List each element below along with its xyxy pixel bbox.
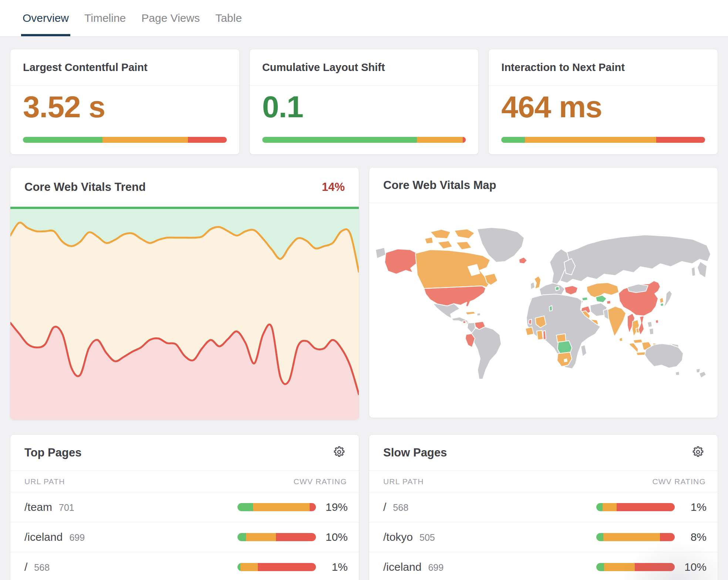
sri-lanka-region[interactable] <box>619 337 623 341</box>
cwv-rating-bar <box>237 503 316 511</box>
segment-ni <box>604 563 635 571</box>
mauritania-coast-region[interactable] <box>529 319 532 324</box>
tab-timeline[interactable]: Timeline <box>84 0 126 36</box>
hispaniola-region[interactable] <box>477 313 481 316</box>
segment-good <box>596 503 603 511</box>
cwv-trend-header: Core Web Vitals Trend 14% <box>10 168 359 207</box>
segment-good <box>501 137 525 143</box>
cwv-rating-percent: 19% <box>323 501 348 513</box>
slow-pages-row/iceland[interactable]: /iceland69910% <box>369 552 718 580</box>
new-zealand-region[interactable] <box>699 371 706 378</box>
cwv-trend-title: Core Web Vitals Trend <box>24 181 146 194</box>
tab-overview[interactable]: Overview <box>23 0 69 36</box>
url-path: /team <box>24 501 52 513</box>
url-path: / <box>24 561 27 573</box>
iceland-region[interactable] <box>519 257 527 264</box>
cwv-world-map[interactable] <box>369 203 718 380</box>
ireland-region[interactable] <box>530 282 535 290</box>
segment-poor <box>258 563 316 571</box>
mexico-region[interactable] <box>433 303 460 318</box>
arctic-islands-region[interactable] <box>438 241 452 249</box>
top-pages-title: Top Pages <box>24 446 81 459</box>
philippines-region[interactable] <box>647 321 652 327</box>
cwv-rating-percent: 8% <box>682 531 707 543</box>
gear-icon <box>332 445 346 460</box>
url-path-cell: /iceland699 <box>24 531 237 543</box>
url-path: /iceland <box>24 531 63 543</box>
cuba-region[interactable] <box>465 311 476 315</box>
slow-pages-card: Slow Pages URL PATH CWV RATING /5681%/to… <box>369 434 718 580</box>
malaysia-region[interactable] <box>633 339 643 343</box>
col-cwv-rating: CWV RATING <box>652 477 706 486</box>
uzbekistan-region[interactable] <box>596 295 607 303</box>
australia-region[interactable] <box>645 344 683 368</box>
baltic-state-region[interactable] <box>555 286 559 291</box>
indonesia-region[interactable] <box>629 343 638 353</box>
page-view-count: 568 <box>393 502 408 513</box>
segment-ni <box>102 137 188 143</box>
russia-region[interactable] <box>697 262 707 278</box>
australia-region[interactable] <box>675 371 680 375</box>
top-pages-row/team[interactable]: /team70119% <box>10 492 359 522</box>
united-kingdom-region[interactable] <box>534 276 541 289</box>
segment-good <box>23 137 102 143</box>
tab-page-views[interactable]: Page Views <box>141 0 200 36</box>
lcp-card-title: Largest Contentful Paint <box>10 49 239 86</box>
senegal-region[interactable] <box>525 327 534 335</box>
tajikistan-region[interactable] <box>607 300 611 304</box>
col-url-path: URL PATH <box>24 477 65 486</box>
col-url-path: URL PATH <box>383 477 424 486</box>
south-korea-region[interactable] <box>660 303 664 306</box>
url-path: / <box>383 501 386 513</box>
india-region[interactable] <box>608 306 626 337</box>
top-pages-column-headers: URL PATH CWV RATING <box>10 471 359 492</box>
costa-rica-region[interactable] <box>463 321 466 323</box>
taiwan-region[interactable] <box>655 320 658 323</box>
page-view-count: 699 <box>69 532 85 543</box>
russia-region[interactable] <box>552 235 711 283</box>
top-pages-settings-button[interactable] <box>331 444 348 461</box>
new-zealand-region[interactable] <box>696 368 700 373</box>
top-pages-row/iceland[interactable]: /iceland69910% <box>10 522 359 552</box>
arctic-islands-region[interactable] <box>425 237 433 244</box>
top-pages-row/[interactable]: /5681% <box>10 552 359 580</box>
north-korea-region[interactable] <box>660 297 664 303</box>
url-path-cell: /iceland699 <box>383 561 596 573</box>
arctic-islands-region[interactable] <box>456 242 472 250</box>
segment-ni <box>253 503 310 511</box>
cwv-rating-bar <box>596 563 675 571</box>
arctic-islands-region[interactable] <box>430 229 451 239</box>
page-view-count: 699 <box>428 562 444 573</box>
ghana-region[interactable] <box>537 330 543 340</box>
south-america-region[interactable] <box>468 327 501 379</box>
tab-table[interactable]: Table <box>215 0 242 36</box>
madagascar-region[interactable] <box>581 345 587 357</box>
page-view-count: 568 <box>34 562 50 573</box>
canada-region[interactable] <box>415 250 490 289</box>
tunisia-region[interactable] <box>549 306 552 311</box>
segment-poor <box>276 533 316 541</box>
slow-pages-row/tokyo[interactable]: /tokyo5058% <box>369 522 718 552</box>
japan-region[interactable] <box>664 290 672 308</box>
cwv-rating-percent: 1% <box>323 561 348 573</box>
mongolia-region[interactable] <box>627 284 648 293</box>
alaska-region[interactable] <box>385 249 416 274</box>
slow-pages-column-headers: URL PATH CWV RATING <box>369 471 718 492</box>
caucasus-region[interactable] <box>582 297 588 301</box>
slow-pages-row/[interactable]: /5681% <box>369 492 718 522</box>
togo-region[interactable] <box>543 331 546 340</box>
philippines-region[interactable] <box>649 328 654 335</box>
ukraine-region[interactable] <box>564 286 578 295</box>
charts-row: Core Web Vitals Trend 14% Core Web Vital… <box>10 167 718 420</box>
russia-region[interactable] <box>691 267 695 276</box>
tab-bar: Overview Timeline Page Views Table <box>0 0 728 37</box>
slow-pages-settings-button[interactable] <box>690 444 707 461</box>
chukotka-region[interactable] <box>375 247 386 259</box>
cwv-trend-chart[interactable] <box>10 207 359 420</box>
cwv-trend-card: Core Web Vitals Trend 14% <box>10 167 359 420</box>
cls-card-title: Cumulative Layout Shift <box>250 49 479 86</box>
segment-good <box>596 533 603 541</box>
chad-region[interactable] <box>556 334 566 342</box>
top-pages-rows: /team70119%/iceland69910%/5681% <box>10 492 359 580</box>
arctic-islands-region[interactable] <box>454 229 475 239</box>
